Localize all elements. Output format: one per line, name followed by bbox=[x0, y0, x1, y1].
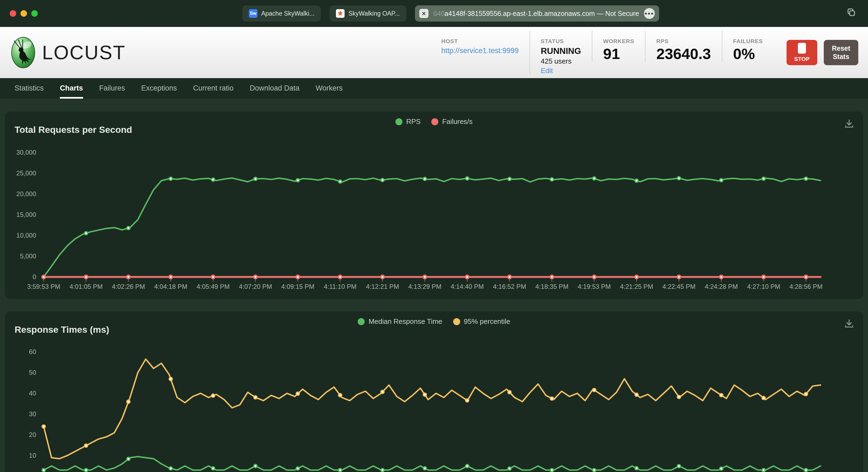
tab-failures[interactable]: Failures bbox=[99, 78, 125, 99]
tab-download-data[interactable]: Download Data bbox=[250, 78, 300, 99]
x-axis-label: 4:01:05 PM bbox=[70, 283, 103, 290]
x-axis-label: 4:21:25 PM bbox=[620, 283, 653, 290]
data-point-marker-center bbox=[297, 276, 299, 278]
header-buttons: STOP Reset Stats bbox=[786, 40, 858, 65]
data-point-marker-center bbox=[85, 445, 87, 447]
data-point-marker-center bbox=[805, 393, 807, 395]
locust-page: Sw Apache SkyWalki... SkyWalking OAP... … bbox=[0, 0, 868, 472]
data-point-marker-center bbox=[382, 391, 383, 393]
traffic-lights bbox=[10, 10, 38, 17]
tab-statistics[interactable]: Statistics bbox=[14, 78, 44, 99]
stat-host: HOST http://service1.test:9999 bbox=[431, 30, 529, 55]
app-header: LOCUST HOST http://service1.test:9999 ST… bbox=[0, 27, 868, 78]
tab-charts[interactable]: Charts bbox=[60, 78, 83, 99]
data-point-marker-center bbox=[763, 397, 765, 399]
data-point-marker-center bbox=[636, 276, 638, 278]
legend-item[interactable]: RPS bbox=[396, 117, 421, 126]
data-point-marker-center bbox=[255, 178, 256, 180]
rps-value: 23640.3 bbox=[656, 45, 711, 62]
y-axis-label: 15,000 bbox=[17, 211, 36, 218]
data-point-marker-center bbox=[212, 276, 214, 278]
tab-skywalking-oap[interactable]: SkyWalking OAP... bbox=[330, 5, 406, 22]
data-point-marker-center bbox=[678, 177, 680, 179]
data-point-marker-center bbox=[382, 276, 383, 278]
download-chart-icon[interactable] bbox=[844, 118, 855, 131]
data-point-marker-center bbox=[382, 179, 383, 181]
stat-failures: FAILURES 0% bbox=[722, 30, 774, 62]
data-point-marker-center bbox=[551, 469, 553, 471]
x-axis-label: 4:11:10 PM bbox=[324, 283, 356, 290]
legend-item[interactable]: 95% percentile bbox=[453, 317, 510, 326]
data-point-marker-center bbox=[212, 467, 214, 469]
data-point-marker-center bbox=[297, 468, 299, 470]
charts-content: Total Requests per Second RPSFailures/s … bbox=[0, 111, 868, 472]
data-point-marker-center bbox=[339, 394, 341, 396]
x-axis-label: 4:02:26 PM bbox=[112, 283, 145, 290]
stop-icon bbox=[798, 43, 806, 54]
data-point-marker-center bbox=[424, 467, 426, 469]
legend-item[interactable]: Failures/s bbox=[431, 117, 472, 126]
stop-button[interactable]: STOP bbox=[786, 40, 817, 65]
minimize-window-button[interactable] bbox=[21, 10, 27, 17]
x-axis-label: 4:18:35 PM bbox=[535, 283, 568, 290]
y-axis-label: 30,000 bbox=[17, 149, 36, 156]
data-point-marker-center bbox=[297, 179, 299, 181]
host-link[interactable]: http://service1.test:9999 bbox=[441, 46, 519, 55]
workers-label: WORKERS bbox=[603, 38, 634, 44]
data-point-marker-center bbox=[212, 395, 214, 397]
response-times-chart-panel: Response Times (ms) Median Response Time… bbox=[5, 311, 863, 472]
tab-overview-icon[interactable] bbox=[846, 7, 856, 20]
reset-stats-button[interactable]: Reset Stats bbox=[824, 40, 858, 65]
tab-current-ratio[interactable]: Current ratio bbox=[193, 78, 234, 99]
data-point-marker-center bbox=[466, 276, 468, 278]
data-point-marker-center bbox=[170, 276, 172, 278]
data-point-marker-center bbox=[85, 276, 87, 278]
data-point-marker-center bbox=[636, 180, 638, 181]
stat-status: STATUS RUNNING 425 users Edit bbox=[529, 30, 592, 75]
oap-favicon-icon bbox=[336, 9, 345, 18]
close-window-button[interactable] bbox=[10, 10, 16, 17]
data-point-marker-center bbox=[593, 469, 595, 471]
data-point-marker-center bbox=[339, 276, 341, 278]
tab-label: Apache SkyWalki... bbox=[261, 10, 314, 17]
host-label: HOST bbox=[441, 38, 519, 44]
legend-dot-icon bbox=[453, 318, 460, 325]
browser-chrome: Sw Apache SkyWalki... SkyWalking OAP... … bbox=[0, 0, 868, 27]
data-point-marker-center bbox=[339, 469, 341, 471]
data-point-marker-center bbox=[424, 394, 426, 396]
legend-label: Median Response Time bbox=[368, 317, 442, 326]
data-point-marker-center bbox=[128, 276, 129, 278]
y-axis-label: 50 bbox=[29, 369, 36, 376]
data-point-marker-center bbox=[255, 397, 256, 399]
data-point-marker-center bbox=[720, 394, 722, 396]
close-tab-icon[interactable]: ✕ bbox=[419, 9, 428, 18]
edit-link[interactable]: Edit bbox=[541, 67, 581, 75]
tab-workers[interactable]: Workers bbox=[316, 78, 343, 99]
address-bar-tab[interactable]: ✕ 640a4148f-381559556.ap-east-1.elb.amaz… bbox=[415, 5, 659, 22]
data-point-marker-center bbox=[212, 179, 214, 180]
y-axis-label: 40 bbox=[29, 390, 36, 397]
x-axis-label: 4:09:15 PM bbox=[281, 283, 314, 290]
data-point-marker-center bbox=[255, 276, 256, 278]
data-point-marker-center bbox=[593, 389, 595, 391]
x-axis-label: 4:14:40 PM bbox=[451, 283, 484, 290]
download-chart-icon[interactable] bbox=[844, 318, 855, 331]
x-axis-label: 4:28:56 PM bbox=[789, 283, 823, 290]
failures-label: FAILURES bbox=[733, 38, 763, 44]
x-axis-label: 4:13:29 PM bbox=[408, 283, 441, 290]
data-point-marker-center bbox=[85, 232, 87, 234]
series-line-95-percentile bbox=[44, 359, 820, 459]
data-point-marker-center bbox=[43, 426, 45, 428]
y-axis-label: 20,000 bbox=[17, 190, 36, 198]
url-dim-prefix: 640 bbox=[433, 10, 444, 17]
tab-apache-skywalking[interactable]: Sw Apache SkyWalki... bbox=[242, 5, 321, 22]
tab-exceptions[interactable]: Exceptions bbox=[141, 78, 177, 99]
x-axis-label: 4:05:49 PM bbox=[197, 283, 230, 290]
y-axis-label: 20 bbox=[29, 431, 36, 438]
zoom-window-button[interactable] bbox=[31, 10, 38, 17]
stop-button-label: STOP bbox=[794, 56, 810, 62]
legend-item[interactable]: Median Response Time bbox=[358, 317, 442, 326]
main-nav: Statistics Charts Failures Exceptions Cu… bbox=[0, 78, 868, 99]
more-icon[interactable]: ●●● bbox=[644, 8, 655, 19]
url-text: 640a4148f-381559556.ap-east-1.elb.amazon… bbox=[433, 10, 639, 18]
